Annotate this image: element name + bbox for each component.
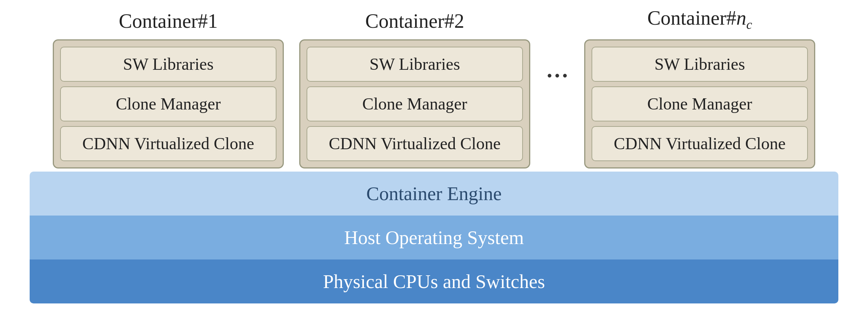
- container-2-clone-manager: Clone Manager: [307, 86, 523, 121]
- container-engine-layer: Container Engine: [30, 172, 838, 216]
- container-n-cdnn: CDNN Virtualized Clone: [592, 126, 808, 161]
- physical-layer: Physical CPUs and Switches: [30, 259, 838, 303]
- container-1-wrapper: Container#1 SW Libraries Clone Manager C…: [53, 10, 284, 168]
- container-2-box: SW Libraries Clone Manager CDNN Virtuali…: [299, 39, 530, 168]
- container-2-sw-libraries: SW Libraries: [307, 47, 523, 82]
- containers-row: Container#1 SW Libraries Clone Manager C…: [30, 7, 838, 168]
- architecture-diagram: Container#1 SW Libraries Clone Manager C…: [30, 7, 838, 303]
- ellipsis-dots: ···: [530, 58, 584, 116]
- container-n-box: SW Libraries Clone Manager CDNN Virtuali…: [584, 39, 815, 168]
- container-2-wrapper: Container#2 SW Libraries Clone Manager C…: [299, 10, 530, 168]
- container-n-wrapper: Container#nc SW Libraries Clone Manager …: [584, 7, 815, 168]
- container-n-sw-libraries: SW Libraries: [592, 47, 808, 82]
- container-1-sw-libraries: SW Libraries: [60, 47, 276, 82]
- container-n-label: Container#nc: [647, 7, 752, 32]
- container-1-label: Container#1: [119, 10, 218, 32]
- container-1-cdnn: CDNN Virtualized Clone: [60, 126, 276, 161]
- container-1-clone-manager: Clone Manager: [60, 86, 276, 121]
- host-os-layer: Host Operating System: [30, 216, 838, 259]
- container-1-box: SW Libraries Clone Manager CDNN Virtuali…: [53, 39, 284, 168]
- container-2-label: Container#2: [365, 10, 464, 32]
- container-n-clone-manager: Clone Manager: [592, 86, 808, 121]
- system-layers: Container Engine Host Operating System P…: [30, 168, 838, 303]
- container-2-cdnn: CDNN Virtualized Clone: [307, 126, 523, 161]
